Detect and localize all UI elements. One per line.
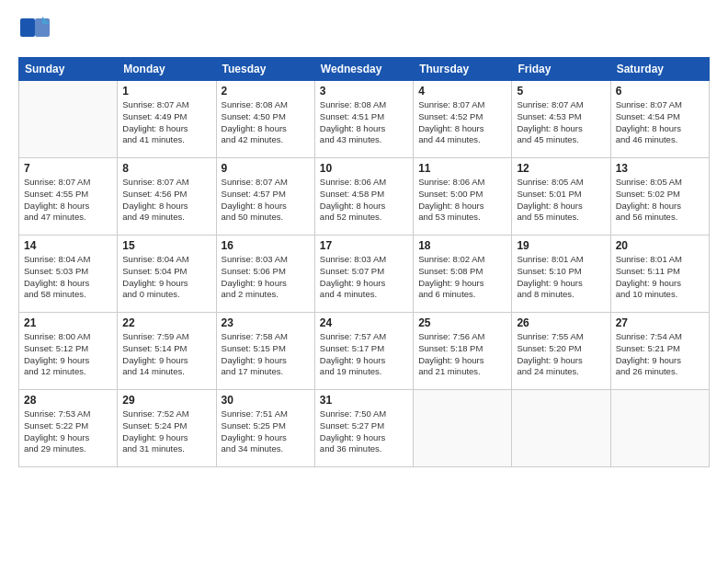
cell-line: and 2 minutes. [222, 289, 310, 301]
calendar-cell-w3-d1: 22Sunrise: 7:59 AMSunset: 5:14 PMDayligh… [118, 313, 216, 390]
calendar-cell-w1-d5: 12Sunrise: 8:05 AMSunset: 5:01 PMDayligh… [512, 158, 610, 236]
day-number: 19 [517, 239, 605, 252]
day-number: 18 [418, 239, 506, 252]
cell-line: Daylight: 8 hours [24, 201, 112, 213]
day-number: 26 [517, 316, 605, 329]
calendar-cell-w2-d3: 17Sunrise: 8:03 AMSunset: 5:07 PMDayligh… [314, 236, 413, 313]
cell-line: Sunrise: 7:58 AM [222, 331, 310, 343]
cell-line: Sunrise: 8:01 AM [616, 254, 704, 266]
calendar-cell-w1-d2: 9Sunrise: 8:07 AMSunset: 4:57 PMDaylight… [216, 158, 314, 236]
cell-line: Sunset: 5:01 PM [517, 189, 605, 201]
calendar-cell-w1-d0: 7Sunrise: 8:07 AMSunset: 4:55 PMDaylight… [19, 158, 118, 236]
cell-line: Daylight: 8 hours [320, 201, 408, 213]
cell-line: Daylight: 8 hours [517, 123, 605, 135]
cell-line: Sunrise: 8:00 AM [24, 331, 112, 343]
day-number: 9 [222, 162, 310, 175]
calendar-cell-w4-d6 [610, 390, 709, 467]
cell-line: and 19 minutes. [320, 366, 408, 378]
week-row-2: 14Sunrise: 8:04 AMSunset: 5:03 PMDayligh… [19, 236, 710, 313]
cell-line: and 36 minutes. [320, 443, 408, 455]
cell-line: Daylight: 9 hours [222, 355, 310, 367]
cell-line: Sunrise: 7:54 AM [616, 331, 704, 343]
calendar-cell-w0-d0 [19, 81, 118, 158]
calendar-cell-w2-d1: 15Sunrise: 8:04 AMSunset: 5:04 PMDayligh… [118, 236, 216, 313]
cell-line: Sunset: 4:52 PM [418, 111, 506, 123]
header [18, 15, 710, 48]
calendar-cell-w2-d2: 16Sunrise: 8:03 AMSunset: 5:06 PMDayligh… [216, 236, 314, 313]
week-row-1: 7Sunrise: 8:07 AMSunset: 4:55 PMDaylight… [19, 158, 710, 236]
cell-line: and 41 minutes. [122, 134, 210, 146]
page: SundayMondayTuesdayWednesdayThursdayFrid… [0, 0, 728, 563]
cell-line: Daylight: 9 hours [616, 278, 704, 290]
calendar-cell-w3-d4: 25Sunrise: 7:56 AMSunset: 5:18 PMDayligh… [414, 313, 512, 390]
cell-line: and 45 minutes. [517, 134, 605, 146]
cell-line: Sunrise: 8:08 AM [222, 99, 310, 111]
cell-line: Sunset: 5:24 PM [122, 420, 210, 432]
cell-line: Daylight: 8 hours [418, 123, 506, 135]
calendar-cell-w2-d0: 14Sunrise: 8:04 AMSunset: 5:03 PMDayligh… [19, 236, 118, 313]
cell-line: Sunset: 5:18 PM [418, 343, 506, 355]
weekday-header-row: SundayMondayTuesdayWednesdayThursdayFrid… [19, 58, 710, 81]
weekday-header-monday: Monday [118, 58, 216, 81]
cell-line: Sunset: 5:27 PM [320, 420, 408, 432]
day-number: 6 [616, 85, 704, 98]
cell-line: Sunset: 4:54 PM [616, 111, 704, 123]
cell-line: Sunset: 5:22 PM [24, 420, 112, 432]
cell-line: and 26 minutes. [616, 366, 704, 378]
calendar-cell-w3-d5: 26Sunrise: 7:55 AMSunset: 5:20 PMDayligh… [512, 313, 610, 390]
day-number: 29 [122, 394, 210, 407]
cell-line: Daylight: 8 hours [517, 201, 605, 213]
calendar-cell-w1-d1: 8Sunrise: 8:07 AMSunset: 4:56 PMDaylight… [118, 158, 216, 236]
calendar-cell-w4-d5 [512, 390, 610, 467]
weekday-header-sunday: Sunday [19, 58, 118, 81]
cell-line: Sunset: 4:55 PM [24, 189, 112, 201]
cell-line: Sunrise: 8:07 AM [517, 99, 605, 111]
cell-line: Sunset: 5:02 PM [616, 189, 704, 201]
cell-line: and 8 minutes. [517, 289, 605, 301]
cell-line: Daylight: 9 hours [222, 432, 310, 444]
calendar-cell-w4-d4 [414, 390, 512, 467]
calendar-table: SundayMondayTuesdayWednesdayThursdayFrid… [18, 57, 710, 467]
cell-line: Sunrise: 8:07 AM [418, 99, 506, 111]
cell-line: Daylight: 9 hours [418, 355, 506, 367]
calendar-cell-w1-d6: 13Sunrise: 8:05 AMSunset: 5:02 PMDayligh… [610, 158, 709, 236]
day-number: 15 [122, 239, 210, 252]
day-number: 25 [418, 316, 506, 329]
cell-line: Sunset: 5:08 PM [418, 266, 506, 278]
cell-line: Sunset: 5:15 PM [222, 343, 310, 355]
day-number: 23 [222, 316, 310, 329]
cell-line: Daylight: 9 hours [24, 432, 112, 444]
cell-line: Daylight: 9 hours [320, 355, 408, 367]
svg-rect-0 [20, 18, 35, 37]
cell-line: Sunset: 5:11 PM [616, 266, 704, 278]
day-number: 28 [24, 394, 112, 407]
day-number: 10 [320, 162, 408, 175]
day-number: 20 [616, 239, 704, 252]
cell-line: Daylight: 8 hours [222, 201, 310, 213]
cell-line: Sunrise: 8:07 AM [122, 177, 210, 189]
cell-line: and 10 minutes. [616, 289, 704, 301]
day-number: 1 [122, 85, 210, 98]
day-number: 14 [24, 239, 112, 252]
cell-line: and 34 minutes. [222, 443, 310, 455]
cell-line: Sunrise: 7:50 AM [320, 408, 408, 420]
cell-line: Sunrise: 8:07 AM [122, 99, 210, 111]
cell-line: Daylight: 8 hours [24, 278, 112, 290]
cell-line: Sunrise: 8:08 AM [320, 99, 408, 111]
cell-line: Daylight: 8 hours [222, 123, 310, 135]
cell-line: Sunrise: 8:05 AM [616, 177, 704, 189]
cell-line: Sunrise: 7:56 AM [418, 331, 506, 343]
cell-line: Daylight: 9 hours [122, 355, 210, 367]
calendar-cell-w0-d1: 1Sunrise: 8:07 AMSunset: 4:49 PMDaylight… [118, 81, 216, 158]
cell-line: and 17 minutes. [222, 366, 310, 378]
day-number: 12 [517, 162, 605, 175]
cell-line: Sunset: 4:57 PM [222, 189, 310, 201]
weekday-header-friday: Friday [512, 58, 610, 81]
day-number: 8 [122, 162, 210, 175]
cell-line: Sunrise: 8:03 AM [320, 254, 408, 266]
calendar-cell-w3-d3: 24Sunrise: 7:57 AMSunset: 5:17 PMDayligh… [314, 313, 413, 390]
weekday-header-wednesday: Wednesday [314, 58, 413, 81]
day-number: 3 [320, 85, 408, 98]
cell-line: Sunset: 4:58 PM [320, 189, 408, 201]
week-row-3: 21Sunrise: 8:00 AMSunset: 5:12 PMDayligh… [19, 313, 710, 390]
